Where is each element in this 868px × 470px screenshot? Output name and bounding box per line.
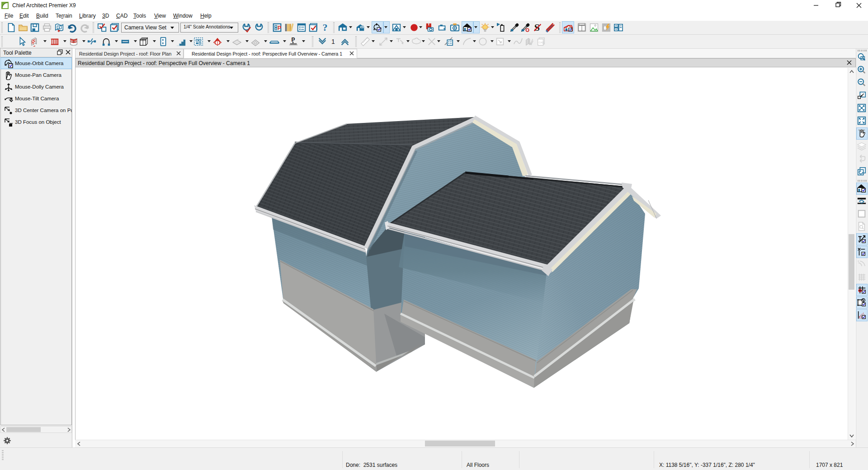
svg-text:CAD: CAD bbox=[539, 41, 544, 44]
svg-text:P: P bbox=[278, 25, 281, 31]
svg-text:?: ? bbox=[323, 23, 328, 33]
svg-text:A: A bbox=[529, 42, 532, 46]
